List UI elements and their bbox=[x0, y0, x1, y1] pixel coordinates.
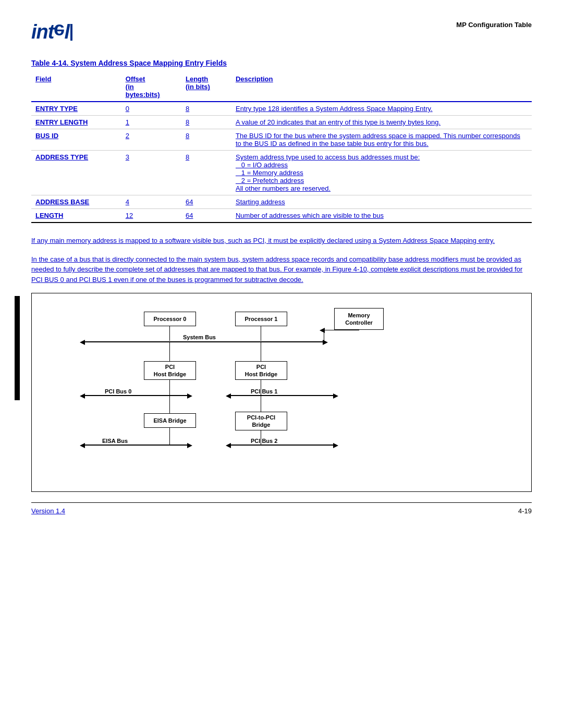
length-bus-id: 8 bbox=[181, 129, 231, 151]
paragraph-2: In the case of a bus that is directly co… bbox=[31, 254, 532, 285]
proc1-line bbox=[261, 326, 261, 341]
offset-address-base: 4 bbox=[121, 195, 181, 209]
pci-host-bridge0-box: PCIHost Bridge bbox=[144, 361, 196, 380]
eisa-bridge-box: EISA Bridge bbox=[144, 413, 196, 428]
pci-bus0-line bbox=[84, 395, 188, 396]
desc-entry-type: Entry type 128 identifies a System Addre… bbox=[231, 102, 532, 116]
field-bus-id: BUS ID bbox=[31, 129, 121, 151]
paragraph-1: If any main memory address is mapped to … bbox=[31, 236, 532, 246]
field-address-type: ADDRESS TYPE bbox=[31, 151, 121, 195]
diagram: Processor 0 Processor 1 MemoryController… bbox=[42, 304, 521, 481]
table-row: BUS ID 2 8 The BUS ID for the bus where … bbox=[31, 129, 532, 151]
offset-bus-id: 2 bbox=[121, 129, 181, 151]
col-header-offset: Offset(inbytes:bits) bbox=[121, 72, 181, 102]
field-entry-length: ENTRY LENGTH bbox=[31, 116, 121, 129]
offset-address-type: 3 bbox=[121, 151, 181, 195]
table-row: LENGTH 12 64 Number of addresses which a… bbox=[31, 209, 532, 223]
system-bus-label: System Bus bbox=[183, 334, 216, 340]
desc-length: Number of addresses which are visible to… bbox=[231, 209, 532, 223]
phb0-line bbox=[169, 341, 170, 361]
length-length: 64 bbox=[181, 209, 231, 223]
desc-bus-id: The BUS ID for the bus where the system … bbox=[231, 129, 532, 151]
system-bus-line bbox=[84, 341, 324, 342]
page-header-title: MP Configuration Table bbox=[456, 21, 532, 29]
phb1-line bbox=[261, 341, 261, 361]
field-entry-type: ENTRY TYPE bbox=[31, 102, 121, 116]
eisa-bus-label: EISA Bus bbox=[102, 438, 128, 444]
mem-ctrl-line bbox=[324, 330, 359, 330]
page-header: intel MP Configuration Table bbox=[31, 21, 532, 43]
length-entry-length: 8 bbox=[181, 116, 231, 129]
page: intel MP Configuration Table Table 4-14.… bbox=[0, 0, 563, 546]
mem-ctrl-vert bbox=[324, 330, 324, 341]
intel-logo: intel bbox=[31, 21, 72, 43]
phb0-down-line bbox=[169, 380, 170, 395]
offset-length: 12 bbox=[121, 209, 181, 223]
proc0-line bbox=[169, 326, 170, 341]
pci-bus0-label: PCI Bus 0 bbox=[105, 388, 131, 394]
length-address-type: 8 bbox=[181, 151, 231, 195]
pci-bus2-line bbox=[230, 445, 334, 446]
col-header-field: Field bbox=[31, 72, 121, 102]
page-number: 4-19 bbox=[518, 507, 532, 515]
desc-address-type: System address type used to access bus a… bbox=[231, 151, 532, 195]
pci-bus1-line bbox=[230, 395, 334, 396]
processor1-box: Processor 1 bbox=[235, 312, 287, 326]
offset-entry-type: 0 bbox=[121, 102, 181, 116]
version-label[interactable]: Version 1.4 bbox=[31, 507, 65, 515]
table-row: ADDRESS BASE 4 64 Starting address bbox=[31, 195, 532, 209]
desc-entry-length: A value of 20 indicates that an entry of… bbox=[231, 116, 532, 129]
col-header-description: Description bbox=[231, 72, 532, 102]
field-length: LENGTH bbox=[31, 209, 121, 223]
field-address-base: ADDRESS BASE bbox=[31, 195, 121, 209]
memory-controller-box: MemoryController bbox=[334, 308, 384, 330]
eisa-bus-line bbox=[84, 445, 188, 446]
pci-bus2-label: PCI Bus 2 bbox=[251, 438, 277, 444]
p2p-down-line bbox=[261, 430, 261, 445]
length-entry-type: 8 bbox=[181, 102, 231, 116]
page-marker-bar bbox=[15, 296, 20, 400]
col-header-length: Length(in bits) bbox=[181, 72, 231, 102]
pci-host-bridge1-box: PCIHost Bridge bbox=[235, 361, 287, 380]
address-mapping-table: Field Offset(inbytes:bits) Length(in bit… bbox=[31, 72, 532, 223]
offset-entry-length: 1 bbox=[121, 116, 181, 129]
pci-to-pci-bridge-box: PCI-to-PCIBridge bbox=[235, 412, 287, 430]
page-footer: Version 1.4 4-19 bbox=[31, 502, 532, 515]
length-address-base: 64 bbox=[181, 195, 231, 209]
phb1-down-line bbox=[261, 380, 261, 395]
pci-bus1-label: PCI Bus 1 bbox=[251, 388, 277, 394]
table-row: ENTRY TYPE 0 8 Entry type 128 identifies… bbox=[31, 102, 532, 116]
desc-address-base: Starting address bbox=[231, 195, 532, 209]
eisa-up-line bbox=[169, 395, 170, 413]
processor0-box: Processor 0 bbox=[144, 312, 196, 326]
diagram-container: Processor 0 Processor 1 MemoryController… bbox=[31, 293, 532, 492]
table-row: ADDRESS TYPE 3 8 System address type use… bbox=[31, 151, 532, 195]
eisa-down-line bbox=[169, 428, 170, 445]
p2p-up-line bbox=[261, 395, 261, 412]
table-caption: Table 4-14. System Address Space Mapping… bbox=[31, 59, 532, 67]
table-row: ENTRY LENGTH 1 8 A value of 20 indicates… bbox=[31, 116, 532, 129]
